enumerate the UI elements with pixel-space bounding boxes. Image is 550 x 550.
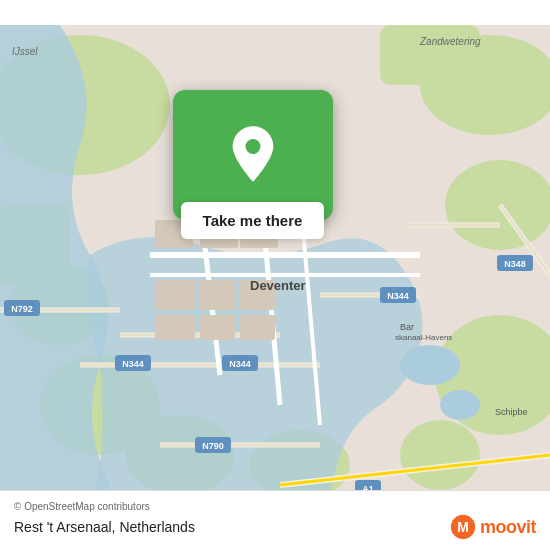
svg-text:N344: N344 (229, 359, 251, 369)
svg-text:N348: N348 (504, 259, 526, 269)
bottom-bar: © OpenStreetMap contributors Rest 't Ars… (0, 490, 550, 550)
location-pin-icon (227, 124, 279, 184)
svg-point-12 (400, 345, 460, 385)
moovit-icon: M (450, 514, 476, 540)
svg-rect-39 (200, 315, 235, 340)
map-container: N792 N344 N344 N344 N348 N790 A1 Zandwet… (0, 0, 550, 550)
map-background: N792 N344 N344 N344 N348 N790 A1 Zandwet… (0, 0, 550, 550)
svg-point-64 (245, 139, 260, 154)
svg-rect-10 (380, 25, 480, 85)
svg-text:N792: N792 (11, 304, 33, 314)
svg-text:IJssel: IJssel (12, 46, 38, 57)
bottom-info: © OpenStreetMap contributors Rest 't Ars… (14, 501, 536, 540)
moovit-logo: M moovit (450, 514, 536, 540)
svg-rect-38 (155, 315, 195, 340)
svg-point-3 (445, 160, 550, 250)
location-name: Rest 't Arsenaal, Netherlands (14, 519, 450, 535)
svg-point-13 (440, 390, 480, 420)
take-me-there-button[interactable]: Take me there (181, 202, 325, 239)
svg-text:Bar: Bar (400, 322, 414, 332)
moovit-logo-text: moovit (480, 517, 536, 538)
svg-text:N790: N790 (202, 441, 224, 451)
svg-text:M: M (457, 519, 469, 535)
svg-text:skanaal-Havens: skanaal-Havens (395, 333, 452, 342)
svg-text:N344: N344 (387, 291, 409, 301)
svg-text:Deventer: Deventer (250, 278, 306, 293)
svg-rect-40 (240, 315, 275, 340)
popup: Take me there (155, 90, 350, 257)
bottom-main-row: Rest 't Arsenaal, Netherlands M moovit (14, 514, 536, 540)
svg-text:Zandwetering: Zandwetering (419, 36, 481, 47)
svg-point-5 (400, 420, 480, 490)
popup-card (173, 90, 333, 220)
svg-text:Schipbe: Schipbe (495, 407, 528, 417)
attribution-text: © OpenStreetMap contributors (14, 501, 536, 512)
svg-text:N344: N344 (122, 359, 144, 369)
svg-rect-36 (200, 280, 235, 310)
svg-rect-35 (155, 280, 195, 310)
